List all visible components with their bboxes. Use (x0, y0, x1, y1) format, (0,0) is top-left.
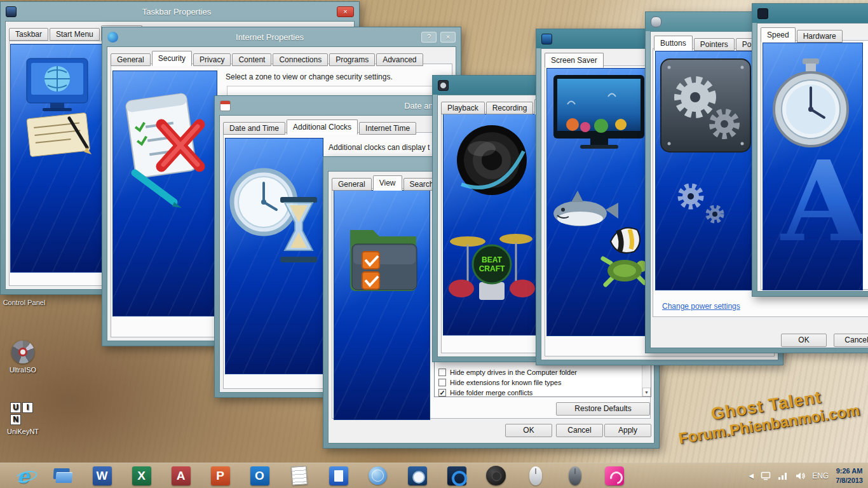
internet-explorer-icon[interactable]: e (13, 465, 34, 486)
cancel-button[interactable]: Cancel (834, 334, 868, 347)
media-app-icon[interactable] (446, 465, 467, 486)
cancel-button[interactable]: Cancel (556, 424, 603, 437)
show-hidden-icons-button[interactable]: ◀ (749, 472, 754, 479)
tab-privacy[interactable]: Privacy (193, 53, 231, 66)
clock-hourglass-art (226, 139, 323, 374)
window-title: Taskbar Properties (20, 7, 333, 17)
unikey-tile-i: I (22, 402, 33, 413)
list-item[interactable]: Hide extensions for known file types (438, 377, 639, 387)
tab-advanced[interactable]: Advanced (376, 53, 423, 66)
monitor-notepad-art (11, 44, 106, 273)
unikey-tile-n: N (10, 414, 21, 425)
screen-saver-preview-art (546, 68, 649, 336)
desktop-icon-label: Control Panel (1, 299, 47, 306)
speed-preview-art: A (763, 43, 863, 290)
tab-start-menu[interactable]: Start Menu (50, 28, 100, 41)
help-button[interactable]: ? (421, 32, 437, 43)
tab-speed[interactable]: Speed (761, 27, 796, 43)
tab-general[interactable]: General (332, 178, 372, 191)
speaker-app-icon[interactable] (485, 465, 506, 486)
close-button[interactable]: × (440, 32, 456, 43)
tab-general[interactable]: General (111, 53, 151, 66)
window-speed-properties: Speed Hardware A (752, 3, 868, 297)
tab-taskbar[interactable]: Taskbar (9, 28, 48, 41)
file-explorer-icon[interactable] (52, 465, 73, 486)
notepad-icon[interactable] (288, 465, 309, 486)
scroll-down-button[interactable]: ▼ (642, 388, 651, 396)
zone-prompt-text: Select a zone to view or change security… (226, 72, 393, 81)
mouse-light-icon[interactable] (525, 465, 546, 486)
list-item-label: Hide empty drives in the Computer folder (450, 369, 577, 376)
tab-additional-clocks[interactable]: Additional Clocks (287, 119, 358, 135)
mouse-icon (651, 17, 661, 27)
restore-defaults-button[interactable]: Restore Defaults (556, 402, 650, 416)
tab-view[interactable]: View (373, 175, 402, 191)
window-title: Internet Properties (122, 32, 417, 42)
desktop-icon-label: UltraISO (0, 366, 46, 374)
tray-clock[interactable]: 9:26 AM 7/8/2013 (836, 466, 863, 485)
ok-button[interactable]: OK (781, 334, 827, 347)
folder-checks-art (334, 191, 430, 420)
close-button[interactable]: × (337, 6, 354, 17)
mouse-dark-icon[interactable] (564, 465, 585, 486)
clock-preview-art (225, 138, 323, 374)
clock-app-icon[interactable] (407, 465, 428, 486)
globe-app-icon[interactable] (367, 465, 388, 486)
date-time-icon (220, 100, 231, 111)
tray-time: 9:26 AM (836, 466, 863, 475)
apply-button[interactable]: Apply (604, 424, 651, 437)
list-item[interactable]: Hide empty drives in the Computer folder (438, 367, 639, 377)
taskbar[interactable]: e W X A P O ◀ (0, 463, 868, 488)
word-icon[interactable]: W (92, 465, 112, 486)
tab-buttons[interactable]: Buttons (654, 36, 693, 51)
speaker-drums-art: BEAT CRAFT (444, 114, 538, 336)
folder-preview-art (334, 190, 430, 420)
access-icon[interactable]: A (170, 465, 191, 486)
tab-hardware[interactable]: Hardware (797, 30, 843, 43)
language-indicator[interactable]: ENG (812, 471, 829, 480)
desktop-icon-control-panel[interactable]: Control Panel (1, 299, 47, 306)
sound-preview-art: BEAT CRAFT (443, 114, 538, 336)
list-item[interactable]: ✓ Hide folder merge conflicts (438, 388, 639, 397)
unikey-tile-u: U (10, 402, 21, 413)
titlebar[interactable]: Taskbar Properties × (1, 2, 359, 21)
volume-tray-icon[interactable] (795, 471, 805, 481)
blue-app-icon[interactable] (328, 465, 349, 486)
checkbox-unchecked[interactable] (438, 379, 446, 386)
excel-icon[interactable]: X (131, 465, 152, 486)
titlebar[interactable]: Internet Properties ? × (102, 27, 461, 46)
tab-screen-saver[interactable]: Screen Saver (545, 53, 604, 68)
tab-security[interactable]: Security (152, 51, 192, 66)
checkbox-checked[interactable]: ✓ (438, 389, 446, 396)
tab-recording[interactable]: Recording (486, 102, 534, 114)
tab-programs[interactable]: Programs (329, 53, 375, 66)
internet-properties-icon (107, 32, 118, 43)
tab-playback[interactable]: Playback (441, 102, 485, 114)
checkbox-unchecked[interactable] (438, 369, 446, 376)
ultraiso-disc-icon (11, 341, 34, 363)
tab-internet-time[interactable]: Internet Time (359, 122, 416, 135)
tab-date-and-time[interactable]: Date and Time (223, 122, 285, 135)
tab-pointers[interactable]: Pointers (694, 38, 735, 51)
taskbar-pinned-icons: e W X A P O (0, 465, 625, 486)
svg-text:A: A (780, 136, 863, 266)
tab-content[interactable]: Content (232, 53, 271, 66)
security-preview-art (112, 71, 217, 316)
tray-date: 7/8/2013 (836, 476, 863, 485)
mouse-preview-art (655, 51, 755, 290)
screen-saver-icon (541, 34, 552, 44)
tab-connections[interactable]: Connections (273, 53, 328, 66)
pink-app-icon[interactable] (604, 465, 625, 486)
monitor-tray-icon[interactable] (761, 471, 771, 481)
desktop-icon-ultraiso[interactable]: UltraISO (0, 341, 46, 374)
change-power-settings-link[interactable]: Change power settings (662, 302, 740, 311)
titlebar[interactable] (752, 4, 868, 23)
desktop-icon-label: UniKeyNT (0, 428, 46, 435)
ok-button[interactable]: OK (505, 424, 552, 437)
speed-window-icon (757, 8, 768, 19)
outlook-icon[interactable]: O (249, 465, 270, 486)
desktop-icon-unikey[interactable]: UI N UniKeyNT (0, 402, 46, 435)
powerpoint-icon[interactable]: P (210, 465, 231, 486)
list-item-label: Hide folder merge conflicts (450, 389, 532, 396)
network-tray-icon[interactable] (778, 471, 788, 481)
